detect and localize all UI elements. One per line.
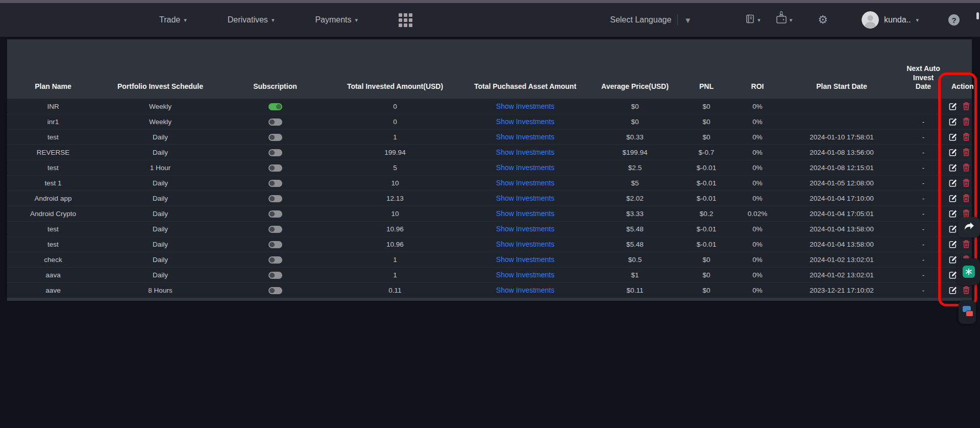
pnl-cell: $0	[681, 252, 732, 267]
subscription-toggle[interactable]	[268, 226, 282, 233]
subscription-toggle[interactable]	[268, 134, 282, 141]
nav-menu-derivatives[interactable]: Derivatives ▾	[228, 15, 275, 25]
invested-amount-cell: 0.11	[329, 282, 461, 298]
plan-start-date-cell: 2024-01-02 13:02:01	[783, 252, 900, 267]
edit-plan-button[interactable]	[949, 241, 957, 248]
delete-plan-button[interactable]	[963, 163, 970, 172]
delete-plan-button[interactable]	[963, 194, 970, 202]
subscription-toggle[interactable]	[268, 164, 282, 172]
show-investments-link[interactable]: Show Investments	[496, 102, 554, 110]
edit-plan-button[interactable]	[949, 287, 957, 294]
chevron-down-icon: ▾	[355, 17, 358, 23]
average-price-cell: $2.5	[589, 160, 681, 175]
delete-plan-button[interactable]	[963, 179, 970, 187]
subscription-cell	[222, 145, 329, 160]
delete-plan-button[interactable]	[963, 148, 970, 156]
language-selector[interactable]: Select Language ▼	[610, 14, 692, 26]
show-investments-link[interactable]: Show Investments	[496, 179, 554, 187]
action-cell	[946, 114, 972, 129]
next-invest-date-cell: -	[900, 206, 946, 221]
purchased-asset-cell: Show Investments	[461, 282, 589, 298]
subscription-toggle[interactable]	[268, 287, 282, 294]
show-investments-link[interactable]: Show Investments	[496, 194, 554, 202]
chat-extension-button[interactable]	[959, 300, 976, 324]
edit-plan-button[interactable]	[949, 256, 957, 264]
table-row: inr1Weekly0Show Investments$0$00%-	[7, 114, 972, 129]
edit-plan-button[interactable]	[949, 118, 957, 126]
subscription-toggle[interactable]	[268, 256, 282, 264]
show-investments-link[interactable]: Show Investments	[496, 133, 554, 141]
subscription-cell	[222, 175, 329, 191]
delete-plan-button[interactable]	[963, 209, 970, 218]
chevron-down-icon: ▾	[757, 17, 761, 23]
nav-menu-trade[interactable]: Trade ▾	[159, 15, 187, 25]
nav-menu-payments[interactable]: Payments ▾	[315, 15, 358, 25]
scrollbar-thumb[interactable]	[976, 12, 979, 19]
user-menu[interactable]: kunda.. ▾	[862, 11, 919, 29]
table-row: testDaily1Show Investments$0.33$00%2024-…	[7, 129, 972, 145]
subscription-toggle[interactable]	[268, 118, 282, 126]
delete-plan-button[interactable]	[963, 102, 970, 110]
delete-plan-button[interactable]	[963, 286, 970, 294]
apps-grid-icon[interactable]	[399, 13, 412, 27]
show-investments-link[interactable]: Show Investments	[496, 225, 554, 233]
pnl-cell: $0	[681, 282, 732, 298]
next-invest-date-cell	[900, 99, 946, 114]
orders-menu[interactable]: ▾	[745, 14, 761, 26]
purchased-asset-cell: Show Investments	[461, 145, 589, 160]
schedule-cell: Weekly	[99, 99, 222, 114]
edit-plan-button[interactable]	[949, 225, 957, 233]
table-row: test1 Hour5Show Investments$2.5$-0.010%2…	[7, 160, 972, 175]
toggle-knob	[270, 211, 275, 217]
chatgpt-extension-button[interactable]	[957, 258, 980, 285]
edit-plan-button[interactable]	[949, 103, 957, 110]
subscription-cell	[222, 191, 329, 206]
edit-plan-button[interactable]	[949, 210, 957, 218]
wallet-menu[interactable]: 0 ▾	[776, 14, 793, 26]
schedule-cell: Daily	[99, 129, 222, 145]
subscription-toggle[interactable]	[268, 180, 282, 187]
plan-start-date-cell: 2024-01-10 17:58:01	[783, 129, 900, 145]
show-investments-link[interactable]: Show Investments	[496, 148, 554, 156]
show-investments-link[interactable]: Show Investments	[496, 209, 554, 218]
subscription-toggle[interactable]	[268, 195, 282, 202]
schedule-cell: Daily	[99, 236, 222, 252]
subscription-toggle[interactable]	[268, 103, 282, 110]
plan-start-date-cell: 2024-01-08 13:56:00	[783, 145, 900, 160]
show-investments-link[interactable]: Show Investments	[496, 163, 554, 172]
show-investments-link[interactable]: Show Investments	[496, 271, 554, 279]
share-extension-button[interactable]	[958, 217, 980, 237]
subscription-toggle[interactable]	[268, 241, 282, 248]
gear-icon[interactable]: ⚙	[818, 14, 828, 26]
show-investments-link[interactable]: Show Investments	[496, 117, 554, 126]
average-price-cell: $5.48	[589, 236, 681, 252]
schedule-cell: Daily	[99, 252, 222, 267]
invested-amount-cell: 12.13	[329, 191, 461, 206]
next-invest-date-cell: -	[900, 221, 946, 236]
next-invest-date-cell: -	[900, 282, 946, 298]
delete-plan-button[interactable]	[963, 117, 970, 126]
subscription-toggle[interactable]	[268, 210, 282, 218]
delete-plan-button[interactable]	[963, 133, 970, 141]
plan-name-cell: aave	[7, 282, 99, 298]
show-investments-link[interactable]: Show Investments	[496, 255, 554, 264]
roi-cell: 0.02%	[732, 206, 783, 221]
show-investments-link[interactable]: Show Investments	[496, 240, 554, 248]
edit-plan-button[interactable]	[949, 179, 957, 187]
main-menu: Trade ▾ Derivatives ▾ Payments ▾	[159, 13, 412, 27]
delete-plan-button[interactable]	[963, 240, 970, 248]
show-investments-link[interactable]: Show Investments	[496, 286, 554, 294]
subscription-toggle[interactable]	[268, 149, 282, 156]
purchased-asset-cell: Show Investments	[461, 267, 589, 282]
help-icon[interactable]: ?	[948, 14, 960, 26]
edit-plan-button[interactable]	[949, 149, 957, 156]
next-invest-date-cell: -	[900, 191, 946, 206]
subscription-toggle[interactable]	[268, 272, 282, 279]
table-header-row: Plan NamePortfolio Invest ScheduleSubscr…	[7, 39, 972, 99]
edit-plan-button[interactable]	[949, 164, 957, 172]
edit-plan-button[interactable]	[949, 271, 957, 279]
edit-plan-button[interactable]	[949, 133, 957, 141]
plans-table: Plan NamePortfolio Invest ScheduleSubscr…	[7, 39, 972, 298]
edit-plan-button[interactable]	[949, 195, 957, 202]
next-invest-date-cell: -	[900, 236, 946, 252]
